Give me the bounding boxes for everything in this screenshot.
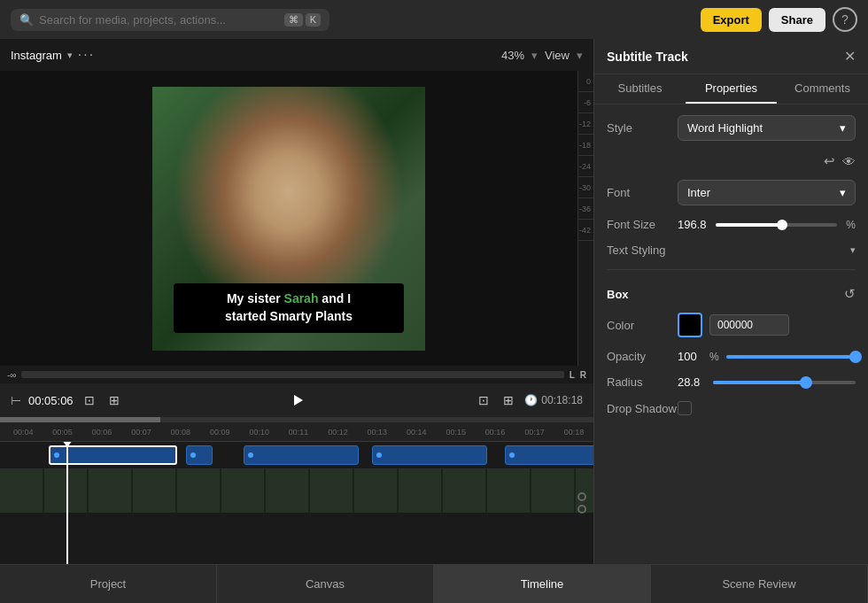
clip-dot-5 [509, 452, 515, 458]
opacity-slider[interactable] [726, 355, 856, 359]
subtitle-clip-4[interactable] [372, 445, 487, 465]
shortcut-key2: K [306, 13, 321, 27]
font-size-label: Font Size [607, 218, 678, 231]
text-styling-toggle[interactable]: ▾ [850, 244, 856, 256]
font-size-control: 196.8 % [678, 218, 856, 231]
opacity-label: Opacity [607, 350, 678, 363]
style-label: Style [607, 121, 678, 135]
drop-shadow-label: Drop Shadow [607, 402, 678, 415]
search-box[interactable]: 🔍 ⌘ K [11, 9, 329, 31]
font-value: Inter ▾ [678, 180, 856, 205]
timeline-dot-bottom [577, 505, 586, 514]
timecode-display: 00:05:06 [28, 394, 74, 407]
bottom-tabs: Project Canvas Timeline Scene Review [0, 564, 868, 603]
drop-shadow-checkbox[interactable] [678, 401, 692, 415]
trim-left-button[interactable]: ⊡ [81, 390, 98, 411]
top-bar: 🔍 ⌘ K Export Share ? [0, 0, 868, 39]
play-icon [294, 395, 303, 406]
opacity-thumb[interactable] [849, 351, 862, 363]
subtitle-clip-3[interactable] [244, 445, 359, 465]
play-button[interactable] [286, 388, 311, 413]
subtitle-clip-2[interactable] [186, 445, 213, 465]
box-reset-button[interactable]: ↺ [844, 286, 856, 302]
clock-icon: 🕐 [524, 394, 538, 406]
search-icon: 🔍 [19, 13, 34, 27]
opacity-unit: % [709, 351, 719, 363]
ruler-mark-2: -12 [578, 113, 593, 135]
radius-fill [713, 381, 806, 384]
trim-right-button[interactable]: ⊞ [105, 390, 123, 411]
font-size-slider[interactable] [716, 223, 838, 227]
subtitle-clip-5[interactable] [505, 445, 593, 465]
color-hex-input[interactable] [709, 314, 789, 336]
waveform-bar: -∞ L R [0, 366, 593, 383]
ruler-mark-3: -18 [578, 135, 593, 156]
duration-display: 🕐 00:18:18 [524, 394, 583, 406]
timeline-mark-10: 00:14 [397, 428, 436, 437]
opacity-row: Opacity 100 % [607, 350, 856, 363]
search-input[interactable] [39, 13, 279, 27]
more-options-button[interactable]: ··· [78, 47, 95, 63]
font-dropdown[interactable]: Inter ▾ [678, 180, 856, 205]
style-row: Style Word Highlight ▾ [607, 115, 856, 141]
playhead[interactable] [66, 442, 68, 564]
tab-comments[interactable]: Comments [777, 74, 868, 104]
style-dropdown[interactable]: Word Highlight ▾ [678, 115, 856, 141]
canvas-toolbar: Instagram ▾ ··· 43% ▾ View ▾ [0, 39, 593, 71]
radius-row: Radius 28.8 [607, 375, 856, 389]
timeline-mark-3: 00:07 [121, 428, 160, 437]
timeline-dot-top [577, 492, 586, 501]
subtitle-line1-after: and I [318, 291, 351, 305]
platform-label: Instagram [11, 49, 62, 62]
panel-tabs: Subtitles Properties Comments [594, 74, 868, 104]
tab-timeline[interactable]: Timeline [434, 565, 651, 603]
playhead-triangle [62, 442, 73, 447]
font-size-row: Font Size 196.8 % [607, 218, 856, 231]
text-styling-row: Text Styling ▾ [607, 244, 856, 257]
box-section-header: Box ↺ [607, 282, 856, 302]
radius-control: 28.8 [678, 375, 856, 389]
clip-dot-3 [248, 452, 253, 458]
radius-slider[interactable] [713, 381, 856, 384]
export-button[interactable]: Export [701, 8, 762, 32]
clip-dot-1 [54, 452, 59, 458]
font-size-value: 196.8 [678, 218, 707, 231]
zoom-value[interactable]: 43% [501, 49, 524, 62]
waveform-track [21, 371, 563, 378]
crop-button[interactable]: ⊡ [475, 390, 492, 411]
divider-1 [607, 269, 856, 270]
fit-button[interactable]: ⊞ [500, 390, 517, 411]
drop-shadow-row: Drop Shadow [607, 401, 856, 415]
tab-scene-review[interactable]: Scene Review [651, 565, 868, 603]
tab-subtitles[interactable]: Subtitles [594, 74, 686, 104]
search-shortcut: ⌘ K [284, 13, 321, 27]
opacity-control: 100 % [678, 350, 856, 363]
lr-label-r: R [580, 370, 586, 380]
panel-title: Subtitle Track [607, 50, 688, 64]
color-swatch[interactable] [678, 313, 702, 337]
timeline-mark-14: 00:18 [554, 428, 593, 437]
mark-in-icon: ⊢ [11, 393, 21, 407]
help-button[interactable]: ? [833, 7, 857, 32]
tab-properties[interactable]: Properties [686, 74, 777, 104]
subtitle-line1-before: My sister [227, 291, 284, 305]
tab-canvas[interactable]: Canvas [217, 565, 434, 603]
ruler-mark-5: -30 [578, 177, 593, 198]
ruler-mark-4: -24 [578, 156, 593, 177]
playback-right: ⊡ ⊞ 🕐 00:18:18 [475, 390, 583, 411]
platform-chevron[interactable]: ▾ [67, 50, 73, 61]
radius-thumb[interactable] [800, 376, 812, 389]
font-chevron: ▾ [840, 186, 846, 199]
close-panel-button[interactable]: ✕ [844, 48, 856, 65]
font-size-fill [716, 223, 783, 227]
view-button[interactable]: View [545, 49, 570, 62]
tab-project[interactable]: Project [0, 565, 217, 603]
preview-style-button[interactable]: 👁 [842, 154, 856, 169]
radius-value: 28.8 [678, 375, 706, 389]
action-icons-row: ↩ 👁 [607, 153, 856, 169]
timeline-mark-9: 00:13 [358, 428, 397, 437]
undo-style-button[interactable]: ↩ [824, 153, 835, 169]
share-button[interactable]: Share [769, 8, 825, 32]
style-value: Word Highlight ▾ [678, 115, 856, 141]
video-track-row [0, 468, 593, 513]
